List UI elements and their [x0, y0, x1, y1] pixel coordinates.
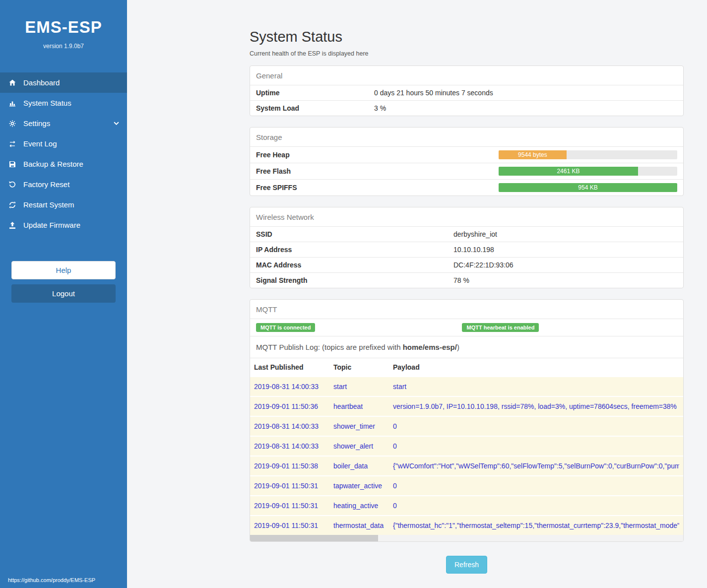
sidebar-item-label: Settings	[23, 119, 50, 128]
mqtt-panel: MQTT MQTT is connected MQTT hearbeat is …	[250, 299, 684, 542]
cell-last-published: 2019-09-01 11:50:31	[254, 482, 333, 490]
progress-bar: 9544 bytes	[499, 150, 677, 159]
sidebar-item-system-status[interactable]: System Status	[0, 93, 127, 113]
cell-payload: 0	[393, 482, 679, 490]
sidebar-item-settings[interactable]: Settings	[0, 113, 127, 133]
upload-icon	[8, 221, 16, 229]
mqtt-status-badges: MQTT is connected MQTT hearbeat is enabl…	[250, 319, 683, 336]
row-label: System Load	[256, 104, 374, 112]
mqtt-log-title: MQTT Publish Log: (topics are prefixed w…	[250, 336, 683, 358]
help-button[interactable]: Help	[11, 261, 116, 279]
row-label: Signal Strength	[256, 276, 453, 284]
cell-payload: start	[393, 383, 679, 391]
sidebar-item-label: Dashboard	[23, 78, 60, 87]
scrollbar-thumb[interactable]	[250, 535, 378, 541]
table-row: 2019-08-31 14:00:33 shower_alert 0	[250, 436, 683, 456]
system-load-row: System Load 3 %	[250, 100, 683, 116]
panel-header: MQTT	[250, 300, 683, 319]
sidebar-menu: Dashboard System Status Settings	[0, 72, 127, 235]
mac-address-row: MAC Address DC:4F:22:1D:93:06	[250, 257, 683, 272]
app-title: EMS-ESP	[0, 18, 127, 37]
log-title-topic-prefix: home/ems-esp/	[403, 343, 457, 351]
column-header: Last Published	[254, 363, 333, 371]
row-value: 10.10.10.198	[453, 246, 677, 254]
row-value: 0 days 21 hours 50 minutes 7 seconds	[374, 89, 677, 97]
log-title-suffix: )	[457, 343, 459, 351]
progress-fill: 9544 bytes	[499, 150, 567, 159]
cell-topic: boiler_data	[333, 462, 393, 470]
cell-topic: start	[333, 383, 393, 391]
row-label: Uptime	[256, 89, 374, 97]
table-row: 2019-08-31 14:00:33 shower_timer 0	[250, 416, 683, 436]
page-subtitle: Current health of the ESP is displayed h…	[250, 50, 684, 57]
table-row: 2019-09-01 11:50:31 heating_active 0	[250, 495, 683, 515]
progress-bar: 2461 KB	[499, 167, 677, 176]
mqtt-table-header: Last Published Topic Payload	[250, 358, 683, 376]
save-icon	[8, 160, 16, 168]
row-label: Free Flash	[256, 167, 291, 175]
cell-payload: {"thermostat_hc":"1","thermostat_seltemp…	[393, 522, 679, 529]
free-spiffs-row: Free SPIFFS 954 KB	[250, 179, 683, 196]
storage-panel: Storage Free Heap 9544 bytes Free Flash …	[250, 127, 684, 196]
refresh-button[interactable]: Refresh	[446, 556, 487, 574]
chart-icon	[8, 99, 16, 107]
cell-payload: 0	[393, 502, 679, 510]
uptime-row: Uptime 0 days 21 hours 50 minutes 7 seco…	[250, 85, 683, 100]
sidebar-item-label: Event Log	[23, 139, 57, 148]
progress-fill: 2461 KB	[499, 167, 638, 176]
sidebar-item-label: Restart System	[23, 200, 74, 209]
table-row: 2019-09-01 11:50:31 tapwater_active 0	[250, 475, 683, 495]
sidebar-item-label: Factory Reset	[23, 180, 69, 189]
cell-topic: shower_alert	[333, 442, 393, 450]
sidebar-item-dashboard[interactable]: Dashboard	[0, 72, 127, 93]
cell-last-published: 2019-08-31 14:00:33	[254, 383, 333, 391]
brand: EMS-ESP version 1.9.0b7	[0, 0, 127, 50]
row-value: 78 %	[453, 276, 677, 284]
cell-last-published: 2019-08-31 14:00:33	[254, 422, 333, 430]
logout-button[interactable]: Logout	[11, 284, 116, 303]
cell-payload: {"wWComfort":"Hot","wWSelTemp":60,"selFl…	[393, 462, 679, 470]
sidebar-item-restart-system[interactable]: Restart System	[0, 195, 127, 215]
cell-last-published: 2019-09-01 11:50:38	[254, 462, 333, 470]
sidebar-item-label: System Status	[23, 99, 71, 107]
arrows-icon	[8, 139, 16, 148]
sidebar-item-backup-restore[interactable]: Backup & Restore	[0, 154, 127, 174]
ip-address-row: IP Address 10.10.10.198	[250, 242, 683, 257]
horizontal-scrollbar[interactable]	[250, 535, 683, 541]
sidebar-item-event-log[interactable]: Event Log	[0, 133, 127, 154]
row-value: DC:4F:22:1D:93:06	[453, 261, 677, 269]
panel-header: Storage	[250, 128, 683, 146]
signal-strength-row: Signal Strength 78 %	[250, 272, 683, 288]
free-heap-row: Free Heap 9544 bytes	[250, 146, 683, 163]
progress-fill: 954 KB	[499, 183, 677, 192]
table-row: 2019-08-31 14:00:33 start start	[250, 376, 683, 396]
row-value: 3 %	[374, 104, 677, 112]
sidebar: EMS-ESP version 1.9.0b7 Dashboard System…	[0, 0, 127, 588]
panel-header: General	[250, 66, 683, 85]
column-header: Topic	[333, 363, 393, 371]
table-row: 2019-09-01 11:50:31 thermostat_data {"th…	[250, 515, 683, 535]
cell-last-published: 2019-09-01 11:50:31	[254, 522, 333, 529]
row-label: Free SPIFFS	[256, 184, 297, 192]
sidebar-item-label: Update Firmware	[23, 221, 80, 229]
row-label: SSID	[256, 230, 453, 238]
cell-last-published: 2019-09-01 11:50:36	[254, 402, 333, 410]
sidebar-item-factory-reset[interactable]: Factory Reset	[0, 174, 127, 195]
panel-header: Wireless Network	[250, 207, 683, 226]
column-header: Payload	[393, 363, 679, 371]
cell-payload: 0	[393, 442, 679, 450]
cell-last-published: 2019-08-31 14:00:33	[254, 442, 333, 450]
cell-payload: version=1.9.0b7, IP=10.10.10.198, rssid=…	[393, 402, 679, 410]
undo-icon	[8, 180, 16, 189]
free-flash-row: Free Flash 2461 KB	[250, 163, 683, 179]
cell-topic: heating_active	[333, 502, 393, 510]
sidebar-item-update-firmware[interactable]: Update Firmware	[0, 215, 127, 235]
log-title-prefix: MQTT Publish Log: (topics are prefixed w…	[256, 343, 403, 351]
chevron-down-icon	[114, 122, 119, 126]
cell-payload: 0	[393, 422, 679, 430]
ssid-row: SSID derbyshire_iot	[250, 226, 683, 242]
general-panel: General Uptime 0 days 21 hours 50 minute…	[250, 65, 684, 116]
cell-topic: heartbeat	[333, 402, 393, 410]
app-version: version 1.9.0b7	[0, 43, 127, 50]
github-link[interactable]: https://github.com/proddy/EMS-ESP	[8, 577, 95, 583]
